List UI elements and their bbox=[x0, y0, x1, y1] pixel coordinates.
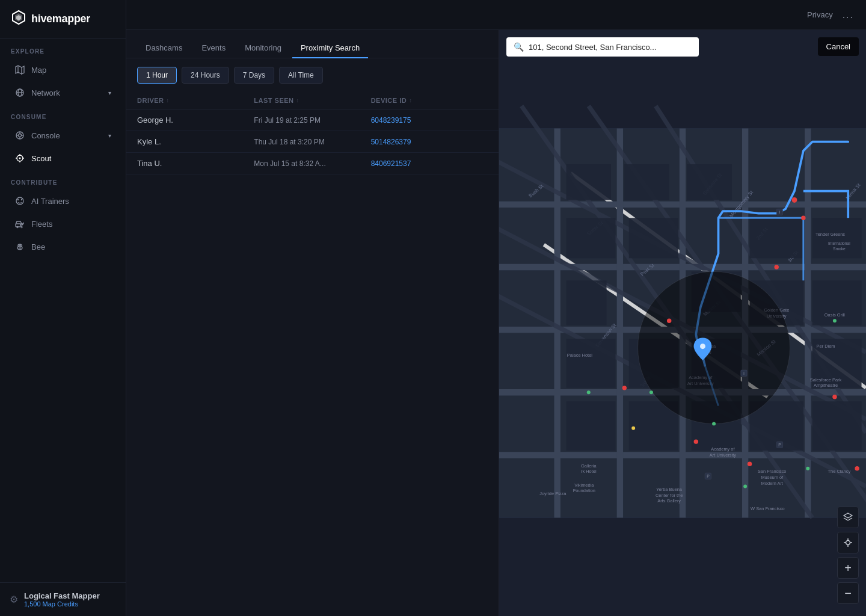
sidebar-item-ai-trainers[interactable]: AI Trainers bbox=[4, 190, 122, 212]
filter-alltime[interactable]: All Time bbox=[279, 67, 323, 84]
tab-bar: Dashcams Events Monitoring Proximity Sea… bbox=[126, 30, 499, 58]
svg-text:The Clancy: The Clancy bbox=[828, 469, 851, 474]
sidebar-item-fleets[interactable]: Fleets bbox=[4, 213, 122, 235]
console-icon bbox=[14, 130, 25, 141]
svg-text:Vikimedia: Vikimedia bbox=[574, 482, 594, 488]
data-table: Driver ↕ Last Seen ↕ Device ID ↕ George … bbox=[126, 92, 499, 616]
device-id: 8406921537 bbox=[371, 159, 488, 168]
last-seen: Thu Jul 18 at 3:20 PM bbox=[254, 138, 370, 146]
sidebar-item-bee[interactable]: Bee bbox=[4, 236, 122, 257]
svg-text:Joyride Pizza: Joyride Pizza bbox=[539, 491, 567, 496]
svg-marker-72 bbox=[567, 339, 616, 388]
map-icon bbox=[14, 64, 25, 75]
sidebar-item-console[interactable]: Console ▾ bbox=[4, 125, 122, 146]
tab-events[interactable]: Events bbox=[193, 38, 234, 58]
scout-label: Scout bbox=[31, 154, 51, 163]
last-seen: Fri Jul 19 at 2:25 PM bbox=[254, 116, 370, 125]
svg-point-25 bbox=[21, 226, 23, 228]
svg-point-116 bbox=[622, 386, 627, 390]
svg-text:P: P bbox=[778, 443, 781, 447]
more-options-button[interactable]: ... bbox=[843, 10, 854, 20]
svg-point-113 bbox=[801, 215, 805, 220]
table-row[interactable]: Kyle L. Thu Jul 18 at 3:20 PM 5014826379 bbox=[126, 131, 499, 153]
filter-7days[interactable]: 7 Days bbox=[234, 67, 274, 84]
col-last-seen[interactable]: Last Seen ↕ bbox=[254, 97, 370, 104]
svg-text:Galleria: Galleria bbox=[581, 463, 597, 469]
filter-1hour[interactable]: 1 Hour bbox=[137, 67, 177, 84]
bee-label: Bee bbox=[31, 242, 45, 251]
fleets-label: Fleets bbox=[31, 220, 52, 229]
table-row[interactable]: George H. Fri Jul 19 at 2:25 PM 60482391… bbox=[126, 109, 499, 131]
svg-point-127 bbox=[631, 427, 635, 430]
svg-point-112 bbox=[792, 197, 797, 203]
tab-monitoring[interactable]: Monitoring bbox=[236, 38, 290, 58]
location-button[interactable] bbox=[837, 532, 859, 553]
sidebar-item-scout[interactable]: Scout bbox=[4, 147, 122, 169]
svg-marker-71 bbox=[812, 280, 862, 325]
left-panel: Dashcams Events Monitoring Proximity Sea… bbox=[126, 30, 499, 616]
device-id: 5014826379 bbox=[371, 138, 488, 146]
svg-point-115 bbox=[667, 319, 671, 323]
network-chevron-icon: ▾ bbox=[108, 90, 111, 96]
last-seen: Mon Jul 15 at 8:32 A... bbox=[254, 159, 370, 168]
filter-bar: 1 Hour 24 Hours 7 Days All Time bbox=[126, 58, 499, 92]
consume-section-label: CONSUME bbox=[0, 104, 126, 124]
svg-text:Ampitheatre: Ampitheatre bbox=[814, 383, 838, 388]
svg-marker-76 bbox=[567, 401, 616, 451]
col-driver[interactable]: Driver ↕ bbox=[137, 97, 254, 104]
topbar-actions: Privacy ... bbox=[807, 10, 854, 20]
sort-driver-icon: ↕ bbox=[167, 97, 170, 103]
svg-point-125 bbox=[833, 319, 837, 322]
svg-text:Oasis Grill: Oasis Grill bbox=[825, 312, 846, 318]
explore-section-label: EXPLORE bbox=[0, 38, 126, 58]
zoom-out-button[interactable]: − bbox=[837, 582, 859, 604]
sidebar-item-map[interactable]: Map bbox=[4, 59, 122, 81]
user-info: Logical Fast Mapper 1,500 Map Credits bbox=[24, 591, 100, 608]
bee-icon bbox=[14, 241, 25, 252]
col-device-id[interactable]: Device ID ↕ bbox=[371, 97, 488, 104]
settings-icon[interactable]: ⚙ bbox=[10, 594, 18, 605]
svg-marker-61 bbox=[567, 164, 611, 200]
map-area[interactable]: 🔍 Cancel bbox=[499, 30, 866, 616]
svg-point-120 bbox=[855, 466, 859, 470]
scout-icon bbox=[14, 153, 25, 164]
svg-marker-68 bbox=[812, 218, 862, 258]
svg-text:Art University: Art University bbox=[710, 452, 736, 458]
filter-24hours[interactable]: 24 Hours bbox=[182, 67, 229, 84]
svg-point-22 bbox=[21, 199, 22, 200]
sidebar: hivemapper EXPLORE Map Network ▾ CONSUME bbox=[0, 0, 126, 616]
svg-text:Tender Greens: Tender Greens bbox=[815, 232, 845, 237]
privacy-link[interactable]: Privacy bbox=[807, 10, 833, 19]
svg-text:Museum of: Museum of bbox=[761, 475, 784, 480]
zoom-in-button[interactable]: + bbox=[837, 557, 859, 579]
console-chevron-icon: ▾ bbox=[108, 132, 111, 139]
map-search-bar: 🔍 bbox=[506, 37, 699, 57]
svg-text:W San Francisco: W San Francisco bbox=[751, 506, 785, 511]
table-row[interactable]: Tina U. Mon Jul 15 at 8:32 A... 84069215… bbox=[126, 153, 499, 174]
logo-area: hivemapper bbox=[0, 0, 126, 38]
tab-proximity-search[interactable]: Proximity Search bbox=[292, 38, 368, 58]
driver-name: Kyle L. bbox=[137, 137, 254, 146]
search-icon: 🔍 bbox=[514, 42, 524, 52]
svg-point-126 bbox=[806, 467, 809, 470]
svg-text:International: International bbox=[828, 241, 850, 245]
map-label: Map bbox=[31, 66, 46, 75]
map-cancel-button[interactable]: Cancel bbox=[818, 37, 859, 56]
svg-text:Palace Hotel: Palace Hotel bbox=[567, 353, 592, 358]
tab-dashcams[interactable]: Dashcams bbox=[137, 38, 191, 58]
svg-marker-63 bbox=[687, 164, 731, 200]
sort-last-seen-icon: ↕ bbox=[296, 97, 299, 103]
device-id: 6048239175 bbox=[371, 116, 488, 125]
sidebar-item-network[interactable]: Network ▾ bbox=[4, 82, 122, 103]
svg-text:P: P bbox=[707, 474, 710, 478]
layers-button[interactable] bbox=[837, 507, 859, 528]
topbar: Privacy ... bbox=[126, 0, 866, 30]
user-name: Logical Fast Mapper bbox=[24, 591, 100, 600]
map-search-input[interactable] bbox=[529, 43, 692, 52]
ai-trainers-icon bbox=[14, 196, 25, 206]
app-name: hivemapper bbox=[31, 13, 90, 25]
svg-text:Salesforce Park: Salesforce Park bbox=[810, 377, 842, 383]
svg-text:rk Hotel: rk Hotel bbox=[581, 469, 597, 474]
svg-point-118 bbox=[748, 462, 752, 466]
sidebar-footer: ⚙ Logical Fast Mapper 1,500 Map Credits bbox=[0, 582, 126, 616]
